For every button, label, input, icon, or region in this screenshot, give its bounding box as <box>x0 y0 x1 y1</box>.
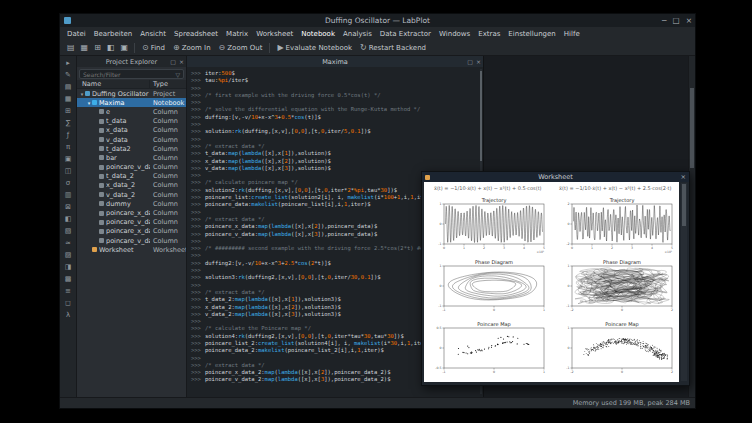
restart-backend-button[interactable]: ↻ Restart Backend <box>356 42 430 53</box>
tree-row-poincare-x-data-2[interactable]: poincare_x_data_2Column <box>77 227 186 236</box>
menu-item-windows[interactable]: Windows <box>435 30 474 38</box>
tree-column-headers[interactable]: Name Type <box>77 80 186 89</box>
toolbox-icon-3[interactable]: ▤ <box>65 83 72 91</box>
project-explorer-header[interactable]: Project Explorer ▢ × <box>77 56 186 67</box>
close-icon[interactable]: × <box>686 16 692 25</box>
menu-item-datei[interactable]: Datei <box>63 30 90 38</box>
toolbox-icon-7[interactable]: ƒ <box>67 131 69 139</box>
code-line-13[interactable]: >>>x_data:map(lambda([x],x[2]),solution)… <box>187 158 483 165</box>
zoom-in-button[interactable]: ⊕ Zoom In <box>169 42 215 53</box>
toolbox-icon-8[interactable]: π <box>66 143 70 151</box>
float-icon[interactable]: ▢ <box>170 58 176 65</box>
scrollbar-handle[interactable] <box>480 71 483 161</box>
toolbox-icon-5[interactable]: ⊞ <box>65 107 71 115</box>
float-icon[interactable]: ▢ <box>467 58 473 65</box>
plot-phase-diagram-right[interactable]: Phase Diagram-202-101 <box>552 256 679 318</box>
maximize-icon[interactable]: □ <box>673 16 680 25</box>
toolbox-icon-21[interactable]: ◻ <box>65 299 71 307</box>
worksheet-header[interactable]: Worksheet × <box>422 172 689 182</box>
tree-row-t-data2[interactable]: t_data2Column <box>77 144 186 153</box>
code-line-12[interactable]: >>>t_data:map(lambda([x],x[1]),solution)… <box>187 150 483 157</box>
code-line-8[interactable]: >>> <box>187 121 483 128</box>
tree-row-t-data-2[interactable]: t_data_2Column <box>77 172 186 181</box>
plot-phase-diagram-left[interactable]: Phase Diagram-101-101 <box>424 256 552 318</box>
toolbar-icon-2[interactable]: ▦ <box>78 43 92 52</box>
tree-row-poincare-v-data-2[interactable]: poincare_v_data_2Column <box>77 236 186 245</box>
tree-row-maxima[interactable]: ▾MaximaNotebook <box>77 98 186 107</box>
toolbox-icon-9[interactable]: ▣ <box>65 155 72 163</box>
tree-row-worksheet[interactable]: WorksheetWorksheet <box>77 245 186 254</box>
find-button[interactable]: ⊙ Find <box>138 42 169 53</box>
tree-row-bar[interactable]: barColumn <box>77 153 186 162</box>
tree-row-dummy[interactable]: dummyColumn <box>77 199 186 208</box>
toolbox-icon-4[interactable]: ▦ <box>65 95 72 103</box>
toolbox-icon-16[interactable]: ≈ <box>65 239 71 247</box>
code-line-4[interactable]: >>>/* first example with the driving for… <box>187 92 483 99</box>
menu-item-bearbeiten[interactable]: Bearbeiten <box>90 30 136 38</box>
menu-item-einstellungen[interactable]: Einstellungen <box>504 30 559 38</box>
close-icon[interactable]: × <box>681 173 686 181</box>
plot-poincare-map-left[interactable]: Poincare Map-101-0.500.5 <box>424 318 552 380</box>
toolbox-icon-2[interactable]: ✎ <box>65 71 71 79</box>
toolbox-icon-1[interactable]: ▸ <box>66 59 70 67</box>
toolbox-icon-11[interactable]: σ <box>66 179 70 187</box>
code-line-6[interactable]: >>>/* solve the differential equation wi… <box>187 106 483 113</box>
toolbox-icon-15[interactable]: ▧ <box>65 227 72 235</box>
toolbar-icon-5[interactable]: ▣ <box>117 43 131 52</box>
plot-trajectory-left[interactable]: Trajectory012345-101×10² <box>424 194 552 256</box>
plot-poincare-map-right[interactable]: Poincare Map-202-101 <box>552 318 679 380</box>
close-icon[interactable]: × <box>476 58 481 65</box>
close-icon[interactable]: × <box>179 58 184 65</box>
minimize-icon[interactable]: ─ <box>662 16 667 25</box>
search-box[interactable]: ▽ <box>79 69 184 79</box>
worksheet-window[interactable]: Worksheet × ẍ(t) = −1/10·ẋ(t) + x(t) − x… <box>421 171 690 386</box>
tree-row-duffing-oscillator[interactable]: ▾Duffing OscillatorProject <box>77 89 186 98</box>
code-line-7[interactable]: >>>duffing:[v,-v/10+x-x^3+0.5*cos(t)]$ <box>187 114 483 121</box>
zoom-out-button[interactable]: ⊖ Zoom Out <box>215 42 267 53</box>
tree-row-v-data[interactable]: v_dataColumn <box>77 135 186 144</box>
toolbox-icon-6[interactable]: ∑ <box>66 119 71 127</box>
code-line-1[interactable]: >>>iter:500$ <box>187 70 483 77</box>
toolbox-icon-19[interactable]: ▩ <box>65 275 72 283</box>
code-line-5[interactable]: >>> <box>187 99 483 106</box>
menu-item-worksheet[interactable]: Worksheet <box>252 30 297 38</box>
toolbox-icon-13[interactable]: ⊠ <box>65 203 71 211</box>
toolbox-icon-12[interactable]: ▥ <box>65 191 72 199</box>
menu-item-matrix[interactable]: Matrix <box>222 30 252 38</box>
worksheet-scrollbar[interactable] <box>681 183 687 381</box>
tree-row-v-data-2[interactable]: v_data_2Column <box>77 190 186 199</box>
menu-item-data-extractor[interactable]: Data Extractor <box>376 30 435 38</box>
column-header-type[interactable]: Type <box>150 80 186 88</box>
menu-item-analysis[interactable]: Analysis <box>339 30 376 38</box>
code-line-11[interactable]: >>>/* extract data */ <box>187 143 483 150</box>
tree-row-x-data[interactable]: x_dataColumn <box>77 126 186 135</box>
notebook-header[interactable]: Maxima ▢ × <box>187 56 483 67</box>
toolbox-icon-22[interactable]: λ <box>66 311 70 319</box>
tree-row-e[interactable]: eColumn <box>77 107 186 116</box>
evaluate-notebook-button[interactable]: ▶ Evaluate Notebook <box>273 42 356 53</box>
toolbox-icon-17[interactable]: ▨ <box>65 251 72 259</box>
column-header-name[interactable]: Name <box>77 80 150 88</box>
tree-row-t-data[interactable]: t_dataColumn <box>77 117 186 126</box>
scrollbar-handle[interactable] <box>682 184 686 226</box>
tree-row-poincare-v-data[interactable]: poincare_v_dataColumn <box>77 218 186 227</box>
search-input[interactable] <box>83 71 175 78</box>
menu-item-notebook[interactable]: Notebook <box>297 30 339 38</box>
tree-row-x-data-2[interactable]: x_data_2Column <box>77 181 186 190</box>
toolbar-icon-3[interactable]: ⊞ <box>91 43 104 52</box>
menu-item-ansicht[interactable]: Ansicht <box>136 30 170 38</box>
code-line-3[interactable]: >>> <box>187 85 483 92</box>
code-line-10[interactable]: >>> <box>187 136 483 143</box>
menu-item-spreadsheet[interactable]: Spreadsheet <box>170 30 222 38</box>
code-line-9[interactable]: >>>solution:rk(duffing,[x,v],[0,0],[t,0,… <box>187 128 483 135</box>
toolbox-icon-10[interactable]: ◫ <box>65 167 72 175</box>
code-line-2[interactable]: >>>tau:%pi/iter$ <box>187 77 483 84</box>
toolbar-icon-1[interactable]: ▤ <box>64 43 78 52</box>
tree-row-poincare-v-data2[interactable]: poincare_v_data2Column <box>77 163 186 172</box>
plot-trajectory-right[interactable]: Trajectory012345-202×10² <box>552 194 679 256</box>
toolbox-icon-18[interactable]: ◨ <box>65 263 72 271</box>
menu-item-extras[interactable]: Extras <box>474 30 504 38</box>
toolbox-icon-14[interactable]: ◧ <box>65 215 72 223</box>
tree-row-poincare-x-data[interactable]: poincare_x_dataColumn <box>77 208 186 217</box>
menu-item-hilfe[interactable]: Hilfe <box>560 30 584 38</box>
